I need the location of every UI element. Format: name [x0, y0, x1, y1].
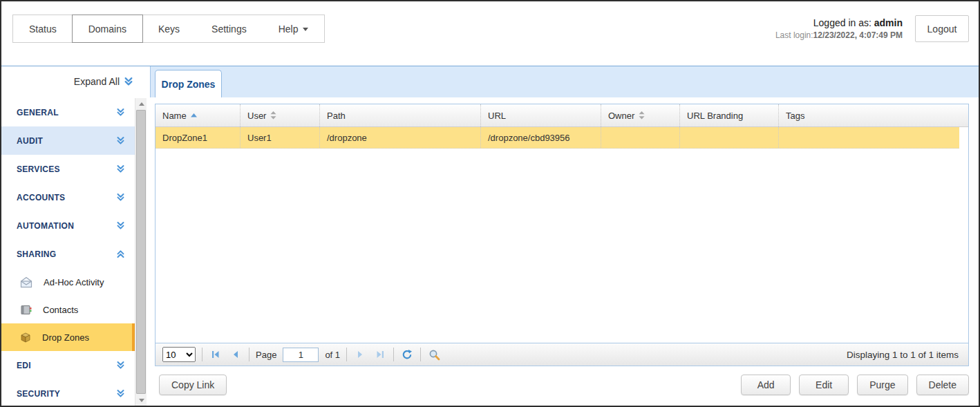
page-label: Page	[256, 350, 276, 360]
logged-in-as: Logged in as: admin	[775, 17, 903, 30]
cell-name: DropZone1	[156, 127, 241, 148]
column-header-tags[interactable]: Tags	[779, 104, 968, 126]
expand-all-button[interactable]: Expand All	[74, 71, 133, 92]
pagination-bar: 10 Page of 1	[156, 343, 968, 366]
search-button[interactable]	[427, 348, 441, 361]
table-body: DropZone1 User1 /dropzone /dropzone/cbd9…	[156, 127, 968, 343]
cell-user: User1	[241, 127, 320, 148]
double-chevron-down-icon	[116, 193, 125, 202]
separator	[346, 348, 347, 361]
refresh-button[interactable]	[400, 348, 414, 361]
nav-tab-keys[interactable]: Keys	[142, 15, 196, 42]
column-header-url-branding[interactable]: URL Branding	[680, 104, 779, 126]
column-header-name[interactable]: Name	[156, 104, 241, 126]
scrollbar-thumb[interactable]	[136, 110, 146, 394]
cell-url: /dropzone/cbd93956	[481, 127, 601, 148]
sidebar-item-adhoc-activity[interactable]: Ad-Hoc Activity	[1, 268, 135, 296]
sidebar-section-services[interactable]: SERVICES	[1, 155, 135, 183]
tab-strip	[150, 66, 979, 97]
sort-both-icon	[639, 111, 645, 120]
table-header-row: Name User Path URL Owner UR	[156, 104, 968, 127]
page-of-label: of 1	[325, 350, 340, 360]
separator	[420, 348, 421, 361]
sidebar-section-accounts[interactable]: ACCOUNTS	[1, 183, 135, 211]
sidebar-section-sharing[interactable]: SHARING	[1, 240, 135, 268]
top-header: Status Domains Keys Settings Help Logged…	[1, 1, 979, 66]
last-page-icon	[375, 350, 385, 359]
nav-tab-status[interactable]: Status	[13, 15, 73, 42]
separator	[249, 348, 249, 361]
first-page-button[interactable]	[209, 348, 223, 361]
sort-asc-icon	[191, 113, 197, 117]
sidebar-scrollbar[interactable]	[135, 98, 147, 406]
package-icon	[19, 331, 32, 343]
column-header-owner[interactable]: Owner	[601, 104, 680, 126]
sidebar-section-edi[interactable]: EDI	[1, 351, 135, 379]
logout-button[interactable]: Logout	[915, 15, 969, 42]
column-header-path[interactable]: Path	[320, 104, 481, 126]
admin-console-window: Status Domains Keys Settings Help Logged…	[0, 0, 980, 407]
envelope-icon	[19, 276, 33, 288]
nav-tab-help[interactable]: Help	[263, 15, 325, 42]
sidebar-item-contacts[interactable]: Contacts	[1, 296, 135, 323]
double-chevron-down-icon	[124, 77, 133, 86]
cell-url-branding	[680, 127, 779, 148]
double-chevron-down-icon	[116, 136, 125, 145]
main-nav: Status Domains Keys Settings Help	[12, 15, 325, 43]
page-size-select[interactable]: 10	[162, 347, 196, 362]
last-login: Last login:12/23/2022, 4:07:49 PM	[775, 30, 903, 41]
refresh-icon	[402, 349, 413, 360]
prev-page-button[interactable]	[229, 348, 243, 361]
cell-path: /dropzone	[320, 127, 481, 148]
first-page-icon	[211, 350, 220, 359]
prev-page-icon	[231, 350, 241, 359]
table-row[interactable]: DropZone1 User1 /dropzone /dropzone/cbd9…	[156, 127, 959, 149]
delete-button[interactable]: Delete	[916, 375, 969, 395]
sidebar-section-audit[interactable]: AUDIT	[1, 126, 135, 155]
cell-owner	[601, 127, 680, 148]
tab-drop-zones[interactable]: Drop Zones	[155, 70, 222, 97]
main-content: Drop Zones Name User Path URL Owne	[150, 66, 979, 406]
scroll-up-arrow[interactable]	[135, 98, 147, 109]
logged-in-user: admin	[874, 17, 903, 28]
address-book-icon	[19, 304, 32, 316]
scroll-down-arrow[interactable]	[135, 395, 147, 406]
double-chevron-down-icon	[116, 164, 125, 173]
copy-link-button[interactable]: Copy Link	[159, 375, 227, 395]
next-page-button[interactable]	[353, 348, 367, 361]
column-header-user[interactable]: User	[241, 104, 320, 126]
sidebar-section-automation[interactable]: AUTOMATION	[1, 211, 135, 240]
sidebar-section-security[interactable]: SECURITY	[1, 379, 135, 407]
sort-both-icon	[270, 111, 276, 120]
double-chevron-down-icon	[116, 221, 125, 230]
sidebar-item-drop-zones[interactable]: Drop Zones	[1, 323, 135, 351]
sidebar-section-general[interactable]: GENERAL	[1, 98, 135, 126]
search-icon	[428, 349, 440, 361]
cell-tags	[779, 127, 959, 148]
separator	[202, 348, 202, 361]
chevron-down-icon	[303, 28, 308, 31]
triangle-up-icon	[139, 102, 144, 106]
login-info: Logged in as: admin Last login:12/23/202…	[775, 17, 903, 41]
display-status-text: Displaying 1 to 1 of 1 items	[847, 350, 961, 360]
edit-button[interactable]: Edit	[799, 375, 849, 395]
separator	[393, 348, 394, 361]
next-page-icon	[355, 350, 365, 359]
double-chevron-up-icon	[116, 249, 125, 258]
triangle-down-icon	[139, 399, 144, 402]
double-chevron-down-icon	[116, 361, 125, 370]
sidebar-menu: GENERAL AUDIT SERVICES ACCOUNTS AUTOMATI…	[1, 98, 135, 407]
last-page-button[interactable]	[373, 348, 387, 361]
drop-zones-table: Name User Path URL Owner UR	[155, 104, 969, 366]
sidebar: Expand All GENERAL AUDIT SERVICES ACCOUN…	[1, 66, 150, 406]
nav-tab-domains[interactable]: Domains	[72, 15, 143, 43]
add-button[interactable]: Add	[741, 375, 791, 395]
double-chevron-down-icon	[116, 108, 125, 117]
double-chevron-down-icon	[116, 389, 125, 398]
action-buttons: Add Edit Purge Delete	[741, 375, 969, 395]
nav-tab-settings[interactable]: Settings	[196, 15, 263, 42]
purge-button[interactable]: Purge	[857, 375, 907, 395]
column-header-url[interactable]: URL	[481, 104, 601, 126]
page-number-input[interactable]	[283, 348, 319, 362]
